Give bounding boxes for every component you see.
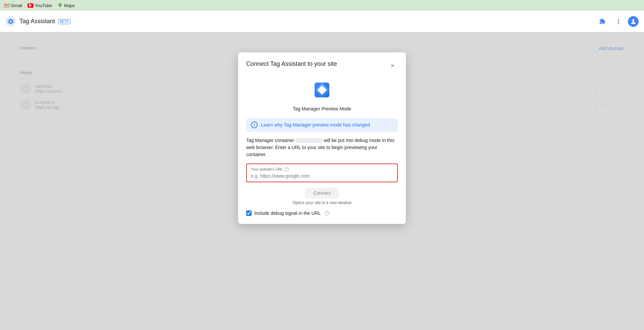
beta-badge: BETA: [58, 19, 70, 24]
gmail-icon: [4, 3, 9, 8]
modal-overlay: Connect Tag Assistant to your site ×: [0, 32, 644, 330]
connect-modal: Connect Tag Assistant to your site ×: [238, 52, 406, 224]
app-header: Tag Assistant BETA: [0, 11, 644, 32]
app-logo: Tag Assistant BETA: [5, 16, 70, 27]
url-help-icon[interactable]: ?: [284, 167, 289, 172]
modal-title: Connect Tag Assistant to your site: [246, 60, 337, 67]
svg-point-1: [60, 4, 61, 5]
svg-point-7: [618, 23, 619, 24]
youtube-label: YouTube: [35, 3, 52, 8]
youtube-icon: [28, 3, 34, 8]
main-content: Domains Add domain History cybrosys http…: [0, 32, 644, 330]
debug-signal-checkbox[interactable]: [246, 210, 252, 216]
tag-manager-logo: [310, 78, 334, 102]
svg-point-8: [632, 19, 635, 21]
app-title: Tag Assistant BETA: [19, 18, 70, 25]
modal-description: Tag Manager container will be put into d…: [246, 137, 398, 158]
youtube-nav-item[interactable]: YouTube: [28, 3, 52, 8]
maps-icon: [57, 3, 63, 8]
container-id-redacted: [296, 138, 322, 143]
tag-assistant-logo-icon: [5, 16, 16, 27]
modal-header: Connect Tag Assistant to your site ×: [246, 60, 398, 71]
user-avatar[interactable]: [628, 16, 639, 27]
checkbox-help-icon[interactable]: ?: [325, 211, 329, 216]
modal-close-button[interactable]: ×: [387, 60, 398, 71]
svg-point-6: [618, 21, 619, 22]
svg-point-5: [618, 19, 619, 20]
maps-label: Maps: [64, 3, 75, 8]
url-input-group: Your website's URL ?: [246, 163, 398, 182]
avatar-icon: [630, 18, 637, 25]
more-options-button[interactable]: [612, 15, 625, 28]
puzzle-icon: [599, 18, 606, 25]
info-icon: i: [251, 122, 258, 128]
extensions-button[interactable]: [596, 15, 609, 28]
open-new-window-text: Opens your site in a new window: [292, 200, 351, 205]
info-banner-text: Learn why Tag Manager preview mode has c…: [261, 122, 370, 128]
svg-point-4: [10, 20, 12, 22]
connect-button[interactable]: Connect: [305, 188, 339, 198]
header-actions: [596, 15, 639, 28]
info-banner[interactable]: i Learn why Tag Manager preview mode has…: [246, 118, 398, 132]
more-vert-icon: [615, 18, 622, 25]
preview-mode-label: Tag Manager Preview Mode: [293, 106, 351, 111]
gmail-label: Gmail: [11, 3, 22, 8]
gmail-nav-item[interactable]: Gmail: [4, 3, 22, 8]
checkbox-area: Include debug signal in the URL ?: [246, 210, 398, 216]
url-input[interactable]: [251, 173, 393, 179]
maps-nav-item[interactable]: Maps: [57, 3, 75, 8]
logo-area: Tag Manager Preview Mode: [246, 78, 398, 111]
app-name-text: Tag Assistant: [19, 18, 55, 25]
connect-btn-area: Connect Opens your site in a new window: [246, 188, 398, 205]
url-input-label: Your website's URL ?: [251, 167, 393, 172]
browser-bar: Gmail YouTube Maps: [0, 0, 644, 11]
checkbox-label[interactable]: Include debug signal in the URL: [254, 210, 321, 216]
